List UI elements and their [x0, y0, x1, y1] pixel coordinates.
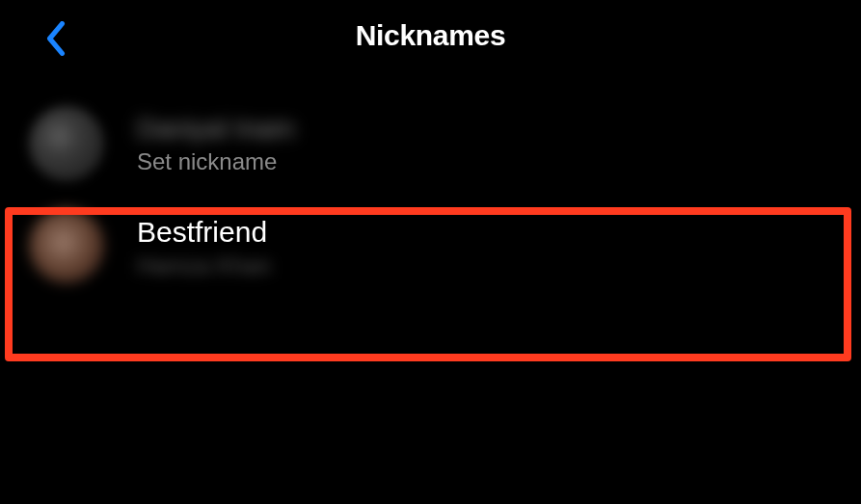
header: Nicknames — [0, 0, 861, 71]
contact-subtitle: Set nickname — [137, 148, 294, 175]
avatar — [29, 208, 104, 283]
contact-nickname: Bestfriend — [137, 213, 271, 251]
contact-row[interactable]: Daniyal Inam Set nickname — [0, 93, 861, 195]
contacts-list: Daniyal Inam Set nickname Bestfriend Ham… — [0, 93, 861, 297]
contact-row[interactable]: Bestfriend Hamza Khan — [0, 195, 861, 297]
avatar — [29, 106, 104, 181]
page-title: Nicknames — [356, 19, 506, 52]
contact-content: Daniyal Inam Set nickname — [137, 112, 294, 175]
contact-realname: Hamza Khan — [137, 252, 271, 279]
contact-name: Daniyal Inam — [137, 112, 294, 146]
chevron-left-icon — [45, 21, 67, 56]
contact-content: Bestfriend Hamza Khan — [137, 213, 271, 279]
back-button[interactable] — [40, 21, 71, 56]
